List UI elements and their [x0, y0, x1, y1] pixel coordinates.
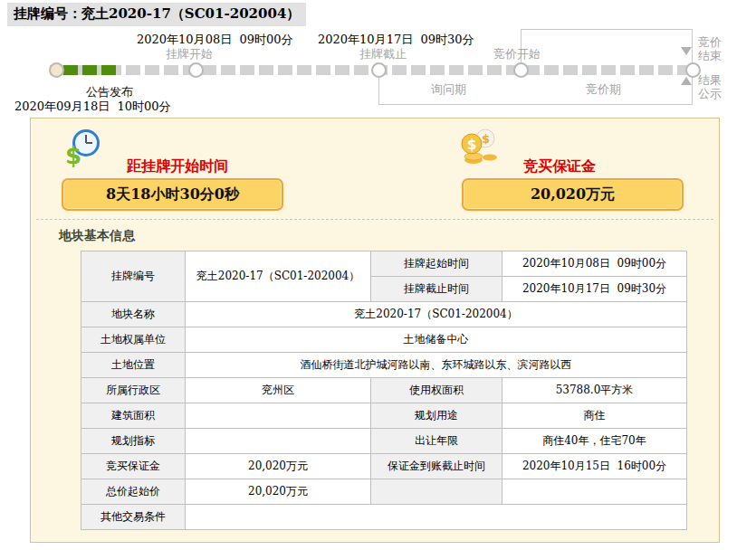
field-value: 酒仙桥街道北护城河路以南、东环城路以东、滨河路以西 — [186, 353, 687, 378]
field-value — [502, 479, 687, 505]
listing-start-label: 挂牌开始 — [166, 46, 213, 62]
field-value: 20,020万元 — [186, 479, 371, 505]
clock-icon: $ — [62, 126, 104, 167]
bid-end-arrow-icon — [681, 47, 692, 55]
field-label: 竞买保证金 — [81, 454, 186, 479]
bid-end-label: 竞价结束 — [698, 35, 723, 62]
announce-date: 2020年09月18日 10时00分 — [14, 99, 171, 115]
bidding-period-label: 竞价期 — [586, 81, 621, 98]
field-value: 2020年10月08日 09时00分 — [502, 251, 687, 277]
table-row: 挂牌编号兖土2020-17（SC01-202004）挂牌起始时间2020年10月… — [81, 251, 687, 277]
field-label: 出让年限 — [371, 429, 502, 454]
field-label: 土地权属单位 — [81, 327, 186, 353]
listing-end-label: 挂牌截止 — [359, 46, 407, 62]
field-value: 53788.0平方米 — [502, 378, 687, 403]
field-value: 兖土2020-17（SC01-202004） — [186, 251, 371, 302]
svg-text:$: $ — [482, 132, 490, 146]
table-row: 建筑面积规划用途商住 — [81, 403, 687, 429]
milestone-bid-start-dot — [513, 62, 529, 78]
field-value: 土地储备中心 — [186, 327, 687, 353]
milestone-announce-dot — [49, 62, 64, 78]
field-value: 兖土2020-17（SC01-202004） — [186, 302, 687, 327]
field-label: 总价起始价 — [81, 479, 186, 505]
svg-text:$: $ — [467, 137, 476, 153]
field-label — [371, 479, 502, 505]
svg-text:$: $ — [65, 142, 81, 167]
field-value: 20,020万元 — [186, 454, 371, 479]
table-row: 规划指标出让年限商住40年，住宅70年 — [81, 429, 687, 454]
table-row: 竞买保证金20,020万元保证金到账截止时间2020年10月15日 16时00分 — [81, 454, 687, 479]
timeline-progress-bar — [63, 65, 116, 75]
milestone-listing-end-dot — [371, 62, 387, 78]
field-label: 规划用途 — [371, 403, 502, 429]
inquiry-period-label: 询问期 — [431, 81, 466, 98]
field-value: 2020年10月17日 09时30分 — [502, 277, 687, 302]
deposit-title: 竞买保证金 — [523, 157, 596, 175]
bid-start-label: 竞价开始 — [493, 46, 541, 62]
field-value: 兖州区 — [186, 378, 371, 403]
field-label: 建筑面积 — [81, 403, 186, 429]
section-title: 地块基本信息 — [59, 228, 135, 244]
parcel-info-table: 挂牌编号兖土2020-17（SC01-202004）挂牌起始时间2020年10月… — [81, 251, 687, 530]
dashed-divider — [36, 219, 713, 220]
field-label: 地块名称 — [81, 302, 186, 327]
table-row: 土地权属单位土地储备中心 — [81, 327, 687, 353]
bidding-period-bracket — [521, 29, 693, 64]
field-label: 规划指标 — [81, 429, 186, 454]
table-row: 总价起始价20,020万元 — [81, 479, 687, 505]
field-label: 保证金到账截止时间 — [371, 454, 502, 479]
field-label: 其他交易条件 — [81, 505, 186, 530]
field-label: 挂牌起始时间 — [371, 251, 502, 277]
table-row: 土地位置酒仙桥街道北护城河路以南、东环城路以东、滨河路以西 — [81, 353, 687, 378]
page-title: 挂牌编号：兖土2020-17（SC01-202004） — [7, 3, 306, 26]
field-value — [186, 429, 371, 454]
main-panel: $ 距挂牌开始时间 | 服务器时间 8天18小时30分0秒 $ $ 竞买保证金 … — [30, 118, 720, 543]
money-icon: $ $ — [460, 126, 502, 167]
field-label: 土地位置 — [81, 353, 186, 378]
milestone-listing-start-dot — [188, 62, 204, 78]
field-value: 商住 — [502, 403, 687, 429]
field-value — [186, 403, 371, 429]
listing-start-date: 2020年10月08日 09时00分 — [137, 32, 293, 48]
field-value: 商住40年，住宅70年 — [502, 429, 687, 454]
countdown-title: 距挂牌开始时间 — [127, 157, 228, 175]
result-arrow-icon — [681, 77, 692, 85]
table-row: 所属行政区兖州区使用权面积53788.0平方米 — [81, 378, 687, 403]
field-label: 挂牌编号 — [81, 251, 186, 302]
countdown-value-box: 8天18小时30分0秒 — [62, 178, 283, 211]
land-listing-page: { "page_title": "挂牌编号：兖土2020-17（SC01-202… — [0, 0, 756, 550]
table-row: 其他交易条件 — [81, 505, 687, 530]
table-row: 地块名称兖土2020-17（SC01-202004） — [81, 302, 687, 327]
field-value: 2020年10月15日 16时00分 — [502, 454, 687, 479]
inquiry-period-bracket — [378, 76, 693, 105]
result-label: 结果公示 — [698, 73, 723, 100]
field-value — [186, 505, 687, 530]
deposit-value-box: 20,020万元 — [462, 178, 684, 211]
field-label: 使用权面积 — [371, 378, 502, 403]
field-label: 所属行政区 — [81, 378, 186, 403]
field-label: 挂牌截止时间 — [371, 277, 502, 302]
info-table-body: 挂牌编号兖土2020-17（SC01-202004）挂牌起始时间2020年10月… — [81, 251, 687, 530]
